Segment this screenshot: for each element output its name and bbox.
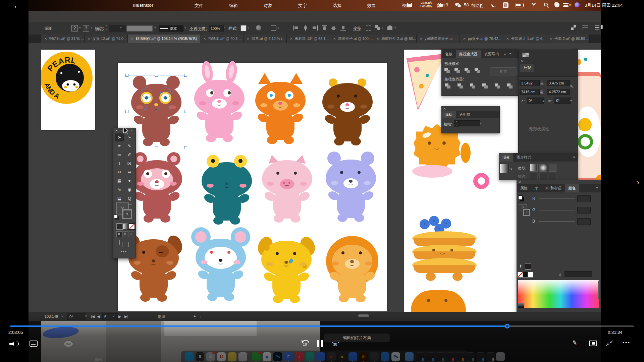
pause-button[interactable] <box>317 340 323 347</box>
panel-scrollbar[interactable] <box>598 281 599 299</box>
document-tab-12[interactable]: ✕卡套 2.ai* @ 80.59 ... <box>546 35 590 43</box>
channel-slider-R[interactable] <box>539 198 575 199</box>
do-not-disturb-moon-icon[interactable] <box>491 2 496 7</box>
next-chevron[interactable]: › <box>637 177 640 187</box>
shape-mode-minus-front-icon[interactable] <box>454 68 461 74</box>
menu-6[interactable]: 效果 <box>367 3 376 9</box>
close-icon[interactable]: ✕ <box>518 180 521 184</box>
white-swatch[interactable] <box>528 272 533 278</box>
hex-input[interactable] <box>565 271 592 277</box>
opacity-value[interactable]: 100% <box>209 25 224 32</box>
document-tab-10[interactable]: ✕pp夹子.ai @ 76.42... <box>460 35 503 43</box>
collapse-icon[interactable]: « <box>131 129 132 132</box>
collapse-player-button[interactable]: ↙ ↗ <box>606 339 614 347</box>
food-pink-ring[interactable] <box>473 173 489 189</box>
volume-button[interactable] <box>9 341 18 347</box>
selection-handle[interactable] <box>125 74 128 77</box>
pathfinder-minus-back-icon[interactable] <box>507 83 514 89</box>
close-tab-icon[interactable]: ✕ <box>290 37 292 41</box>
danmaku-comment-button[interactable] <box>30 341 38 347</box>
character-pink-pig[interactable] <box>258 152 317 224</box>
bounding-box-icon[interactable] <box>366 25 371 31</box>
food-toast[interactable] <box>574 72 601 182</box>
close-tab-icon[interactable]: ✕ <box>247 37 249 41</box>
align-left-icon[interactable] <box>293 25 299 31</box>
isolate-mode-icon[interactable] <box>387 25 392 30</box>
tab-swatches[interactable]: 色板 <box>442 50 456 58</box>
progress-bar[interactable] <box>10 325 634 327</box>
last-color-arrow-icon[interactable]: ⬆ <box>519 264 522 268</box>
mesh-tool[interactable]: ▦ <box>115 177 124 185</box>
character-orange-cat[interactable] <box>251 73 310 145</box>
close-tab-icon[interactable]: ✕ <box>131 37 133 41</box>
eyedropper-tool[interactable]: ▾ <box>125 177 134 185</box>
close-icon[interactable]: ✕ <box>115 129 118 132</box>
stroke-weight-value[interactable] <box>459 120 480 126</box>
character-pink-monkey[interactable] <box>127 152 186 224</box>
width-value[interactable]: 3.475 cm <box>547 80 570 86</box>
stroke-weight-dropdown[interactable] <box>109 25 128 32</box>
channel-value-G[interactable] <box>577 207 591 214</box>
select-similar-icon[interactable] <box>375 25 380 30</box>
scissors-tool[interactable]: ✂ <box>115 168 124 176</box>
rectangle-tool[interactable]: ▭ <box>115 151 124 159</box>
transform-y-value[interactable]: 7415 cm <box>520 89 540 95</box>
last-color-swatch[interactable] <box>525 263 531 269</box>
tab-appearance[interactable]: 外观 <box>520 64 534 72</box>
more-options-button[interactable]: ••• <box>623 340 631 345</box>
input-method-icon[interactable]: 拼 <box>503 2 508 8</box>
channel-value-B[interactable] <box>577 218 591 225</box>
tab-transparency[interactable]: 透明度 <box>456 111 474 118</box>
panel-menu-icon[interactable]: ≡ <box>571 153 578 162</box>
pathfinder-trim-icon[interactable] <box>458 83 464 89</box>
swap-fill-stroke-icon[interactable]: ⤾ <box>129 202 132 206</box>
selection-handle[interactable] <box>184 146 187 149</box>
pip-button[interactable] <box>589 341 597 346</box>
more-tools-icon[interactable]: ••• <box>121 249 127 254</box>
color-spectrum[interactable] <box>518 280 599 308</box>
character-yellow-dog[interactable] <box>257 232 316 304</box>
document-setup-icon[interactable] <box>256 25 261 31</box>
close-tab-icon[interactable]: ✕ <box>44 37 47 41</box>
selection-handle[interactable] <box>184 110 187 113</box>
menubar-datetime[interactable]: 3月14日 周四 22:04 <box>585 2 623 8</box>
rotate-angle-value[interactable]: 0° <box>527 98 544 104</box>
fill-color-swatch[interactable]: ? <box>71 25 78 32</box>
document-tab-6[interactable]: ✕未标题-13* @ 53.1... <box>287 35 330 43</box>
shape-builder-tool[interactable]: ◉ <box>125 186 134 194</box>
align-right-icon[interactable] <box>312 25 318 31</box>
freeform-gradient-button[interactable] <box>549 164 556 172</box>
tab-graphic-styles[interactable]: 图形样式 <box>513 153 535 162</box>
stroke-proxy[interactable]: ? <box>122 209 132 219</box>
character-pink-bunny[interactable] <box>190 71 249 143</box>
document-tab-3[interactable]: ✕贴纸制作.ai* @ 103.14 % (RGB/预览) <box>128 35 200 43</box>
align-hcenter-icon[interactable] <box>303 25 308 31</box>
type-tool[interactable]: T <box>115 160 124 168</box>
panel-grid-icon[interactable] <box>522 53 529 57</box>
food-croissant[interactable] <box>411 287 466 312</box>
draw-inside-button[interactable] <box>128 231 134 237</box>
stroke-color-swatch[interactable]: ? <box>83 25 89 32</box>
siri-icon[interactable] <box>575 2 580 7</box>
height-value[interactable]: 4.2572 cm <box>547 89 570 95</box>
align-bottom-icon[interactable] <box>340 25 346 31</box>
tab-stroke[interactable]: 描边 <box>442 111 456 118</box>
channel-value-R[interactable] <box>577 195 591 202</box>
stroke-weight-stepper[interactable]: ⌃⌄ <box>105 25 107 31</box>
close-tab-icon[interactable]: ✕ <box>463 37 466 41</box>
brush-definition-dropdown[interactable] <box>126 25 153 32</box>
menu-4[interactable]: 文字 <box>298 3 307 9</box>
selection-handle[interactable] <box>155 146 158 149</box>
tab-libraries[interactable]: 库 <box>531 184 541 192</box>
character-lavender-bear[interactable] <box>321 151 380 223</box>
food-pancakes[interactable] <box>412 217 479 284</box>
character-blue-mouse[interactable] <box>191 230 250 302</box>
menubar-app-name[interactable]: Illustrator <box>133 3 153 8</box>
food-pizza[interactable] <box>406 54 446 111</box>
rewind-10-button[interactable]: 10 <box>301 339 310 348</box>
transform-x-value[interactable]: 3.5492 <box>520 80 540 86</box>
panel-menu-icon[interactable]: ≡ <box>593 184 601 192</box>
gradient-button[interactable] <box>122 223 128 229</box>
draw-normal-button[interactable] <box>116 231 122 237</box>
menu-3[interactable]: 对象 <box>264 3 272 9</box>
